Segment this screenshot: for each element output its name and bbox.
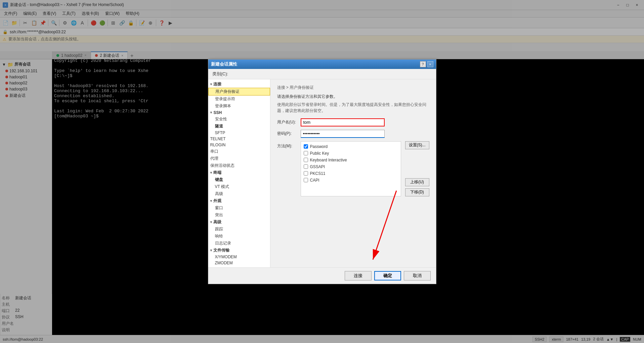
tree-tunnel[interactable]: 隧道: [208, 123, 270, 130]
tree-window[interactable]: 窗口: [208, 204, 270, 212]
username-input[interactable]: [301, 118, 385, 126]
tree-security[interactable]: 安全性: [208, 116, 270, 123]
modal-help-button[interactable]: ?: [420, 61, 426, 67]
desc-text1: 请选择身份验证方法和其它参数。: [277, 94, 429, 100]
password-label: 密码(P):: [277, 131, 301, 137]
password-row: 密码(P):: [277, 130, 429, 138]
tree-keyboard[interactable]: 键盘: [208, 176, 270, 183]
expand-icon-appearance: ▼: [210, 199, 213, 203]
username-label: 用户名(U):: [277, 119, 301, 125]
method-gssapi: GSSAPI: [304, 164, 398, 169]
method-panel: Password Public Key Keyboard Interactive: [301, 141, 401, 196]
modal-title: 新建会话属性: [211, 61, 237, 67]
desc-text2: 使用此部分以节省登录时间。但是，为了最大限度地提高安全性，如果您担心安全问题，建…: [277, 102, 429, 114]
tree-zmodem[interactable]: ZMODEM: [208, 260, 270, 266]
tree-serial[interactable]: 串口: [208, 148, 270, 155]
modal-body: ▼ 连接 用户身份验证 登录提示符 登录脚本 ▼ SSH: [208, 79, 436, 267]
method-keyboard-checkbox[interactable]: [304, 158, 308, 162]
tree-connect[interactable]: ▼ 连接: [208, 81, 270, 88]
tree-ssh[interactable]: ▼ SSH: [208, 110, 270, 116]
tree-bell[interactable]: 响铃: [208, 233, 270, 240]
tree-keepalive[interactable]: 保持活动状态: [208, 162, 270, 169]
tree-auth[interactable]: 用户身份验证: [208, 88, 270, 96]
tree-advanced-terminal[interactable]: 高级: [208, 190, 270, 197]
username-row: 用户名(U):: [277, 118, 429, 126]
password-input[interactable]: [301, 130, 385, 138]
method-publickey-checkbox[interactable]: [304, 151, 308, 155]
method-keyboard: Keyboard Interactive: [304, 158, 398, 162]
method-publickey: Public Key: [304, 151, 398, 156]
modal-content-panel: 连接 > 用户身份验证 请选择身份验证方法和其它参数。 使用此部分以节省登录时间…: [270, 79, 436, 267]
tree-xymodem[interactable]: X/YMODEM: [208, 254, 270, 260]
method-password-checkbox[interactable]: [304, 144, 308, 149]
tree-rlogin[interactable]: RLOGIN: [208, 142, 270, 148]
modal-tree: ▼ 连接 用户身份验证 登录提示符 登录脚本 ▼ SSH: [208, 79, 270, 267]
tree-vt-mode[interactable]: VT 模式: [208, 183, 270, 190]
tree-appearance[interactable]: ▼ 外观: [208, 197, 270, 204]
modal-footer: 连接 确定 取消: [208, 267, 436, 284]
method-row: 方法(M): Password Public Key: [277, 141, 429, 196]
connect-button[interactable]: 连接: [345, 271, 372, 280]
tree-proxy[interactable]: 代理: [208, 155, 270, 162]
breadcrumb: 连接 > 用户身份验证: [277, 85, 429, 90]
modal-title-bar: 新建会话属性 ? ×: [208, 60, 436, 69]
tree-sftp[interactable]: SFTP: [208, 130, 270, 136]
method-pkcs11-checkbox[interactable]: [304, 171, 308, 176]
tree-login-script[interactable]: 登录脚本: [208, 103, 270, 110]
tree-logging[interactable]: 日志记录: [208, 240, 270, 247]
tree-highlight[interactable]: 突出: [208, 212, 270, 219]
expand-icon-terminal: ▼: [210, 171, 213, 175]
expand-icon-advanced: ▼: [210, 220, 213, 224]
tree-filetransfer[interactable]: ▼ 文件传输: [208, 247, 270, 254]
method-capi-checkbox[interactable]: [304, 178, 308, 182]
expand-icon-ssh: ▼: [210, 111, 213, 114]
cancel-button[interactable]: 取消: [404, 271, 431, 280]
method-pkcs11: PKCS11: [304, 171, 398, 176]
settings-button[interactable]: 设置(S)...: [405, 141, 429, 149]
tree-login-prompt[interactable]: 登录提示符: [208, 96, 270, 103]
modal-dialog: 新建会话属性 ? × 类别(C): ▼ 连接: [208, 59, 436, 284]
modal-overlay: 新建会话属性 ? × 类别(C): ▼ 连接: [0, 0, 644, 343]
tree-trace[interactable]: 跟踪: [208, 226, 270, 233]
tree-telnet[interactable]: TELNET: [208, 136, 270, 142]
tree-terminal[interactable]: ▼ 终端: [208, 169, 270, 176]
move-down-button[interactable]: 下移(D): [405, 188, 429, 196]
method-label: 方法(M):: [277, 143, 301, 149]
method-gssapi-checkbox[interactable]: [304, 164, 308, 169]
tree-advanced[interactable]: ▼ 高级: [208, 219, 270, 226]
modal-close-button[interactable]: ×: [427, 61, 433, 67]
method-password: Password: [304, 144, 398, 149]
expand-icon-filetransfer: ▼: [210, 249, 213, 252]
ok-button[interactable]: 确定: [374, 271, 401, 280]
modal-category: 类别(C):: [208, 69, 436, 79]
method-capi: CAPI: [304, 178, 398, 183]
side-buttons: 设置(S)... 上移(U) 下移(D): [405, 141, 429, 196]
move-up-button[interactable]: 上移(U): [405, 178, 429, 186]
expand-icon-connect: ▼: [210, 82, 213, 86]
